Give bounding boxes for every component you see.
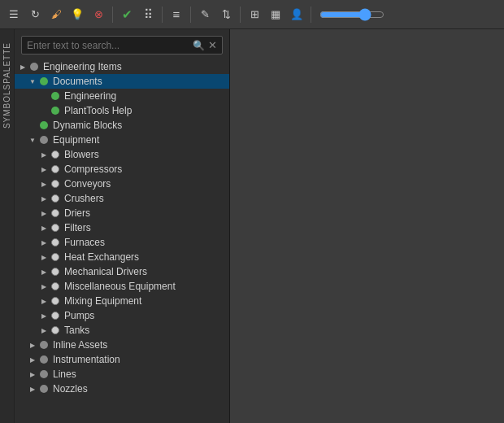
tree-toggle-equipment[interactable]: ▼ xyxy=(28,134,37,146)
toolbar-sep-4 xyxy=(240,7,241,23)
tree-item-conveyors[interactable]: ▶Conveyors xyxy=(15,177,229,191)
tree-toggle-nozzles[interactable]: ▶ xyxy=(28,383,37,395)
search-bar[interactable]: 🔍 ✕ xyxy=(21,36,223,55)
tree-dot-documents xyxy=(40,77,48,85)
tree-item-tanks[interactable]: ▶Tanks xyxy=(15,323,229,338)
brush-icon[interactable]: 🖌 xyxy=(47,6,65,24)
symbols-panel: 🔍 ✕ ▶Engineering Items▼Documents▶Enginee… xyxy=(15,29,230,423)
tree-dot-blowers xyxy=(51,150,59,159)
tree-dot-lines xyxy=(40,370,48,378)
tree-label-blowers: Blowers xyxy=(64,149,99,160)
side-tab-label[interactable]: SYMBOLSPALETTE xyxy=(2,37,11,133)
table-icon[interactable]: ▦ xyxy=(267,6,285,24)
check-icon[interactable]: ✔ xyxy=(118,6,136,24)
side-tab[interactable]: SYMBOLSPALETTE xyxy=(0,29,15,423)
tree-item-driers[interactable]: ▶Driers xyxy=(15,206,229,220)
content-area xyxy=(230,29,504,423)
tree-dot-filters xyxy=(51,224,59,232)
tree-toggle-driers[interactable]: ▶ xyxy=(39,207,49,219)
tree-label-engineering: Engineering xyxy=(64,90,116,102)
tree-toggle-blowers[interactable]: ▶ xyxy=(39,149,49,160)
tree-item-planttools-help[interactable]: ▶PlantTools Help xyxy=(15,103,229,118)
tree-label-instrumentation: Instrumentation xyxy=(53,354,120,365)
tree-dot-dynamic-blocks xyxy=(40,121,48,129)
tree-toggle-inline-assets[interactable]: ▶ xyxy=(28,339,37,351)
menu-icon[interactable]: ☰ xyxy=(5,6,23,24)
tree-item-engineering-items[interactable]: ▶Engineering Items xyxy=(15,59,229,74)
search-input[interactable] xyxy=(27,40,189,51)
tree-label-mixing-equipment: Mixing Equipment xyxy=(64,295,141,307)
tree-container[interactable]: ▶Engineering Items▼Documents▶Engineering… xyxy=(15,58,229,423)
tree-label-mechanical-drivers: Mechanical Drivers xyxy=(64,266,147,277)
target-icon[interactable]: ⊗ xyxy=(89,6,107,24)
toolbar-sep-1 xyxy=(112,7,113,23)
tree-toggle-crushers[interactable]: ▶ xyxy=(39,193,49,204)
tree-item-heat-exchangers[interactable]: ▶Heat Exchangers xyxy=(15,250,229,264)
refresh-icon[interactable]: ↻ xyxy=(26,6,44,24)
tree-item-instrumentation[interactable]: ▶Instrumentation xyxy=(15,352,229,367)
tree-toggle-mechanical-drivers[interactable]: ▶ xyxy=(39,266,49,277)
tree-item-equipment[interactable]: ▼Equipment xyxy=(15,133,229,147)
tree-label-crushers: Crushers xyxy=(64,193,104,204)
tree-label-conveyors: Conveyors xyxy=(64,178,111,190)
search-icon[interactable]: 🔍 xyxy=(193,40,205,51)
zoom-slider[interactable] xyxy=(319,8,385,21)
tree-label-pumps: Pumps xyxy=(64,310,94,321)
tree-item-mechanical-drivers[interactable]: ▶Mechanical Drivers xyxy=(15,264,229,279)
tree-label-inline-assets: Inline Assets xyxy=(53,339,107,351)
tree-item-documents[interactable]: ▼Documents xyxy=(15,74,229,89)
tree-item-mixing-equipment[interactable]: ▶Mixing Equipment xyxy=(15,294,229,308)
tree-item-furnaces[interactable]: ▶Furnaces xyxy=(15,235,229,250)
tree-toggle-instrumentation[interactable]: ▶ xyxy=(28,354,37,365)
tree-toggle-engineering-items[interactable]: ▶ xyxy=(18,61,28,72)
tree-dot-miscellaneous-equipment xyxy=(51,282,59,290)
layers-icon[interactable]: ⊞ xyxy=(245,6,263,24)
tree-toggle-tanks[interactable]: ▶ xyxy=(39,325,49,336)
tree-toggle-documents[interactable]: ▼ xyxy=(28,76,37,87)
tree-label-nozzles: Nozzles xyxy=(53,383,88,395)
main-area: SYMBOLSPALETTE 🔍 ✕ ▶Engineering Items▼Do… xyxy=(0,29,504,423)
sort-icon[interactable]: ⇅ xyxy=(217,6,235,24)
tree-toggle-mixing-equipment[interactable]: ▶ xyxy=(39,295,49,307)
tree-label-planttools-help: PlantTools Help xyxy=(64,105,132,116)
tree-item-miscellaneous-equipment[interactable]: ▶Miscellaneous Equipment xyxy=(15,279,229,294)
tree-dot-engineering xyxy=(51,92,59,100)
tree-toggle-lines[interactable]: ▶ xyxy=(28,368,37,380)
tree-label-furnaces: Furnaces xyxy=(64,237,105,248)
tree-item-filters[interactable]: ▶Filters xyxy=(15,220,229,235)
tree-item-inline-assets[interactable]: ▶Inline Assets xyxy=(15,338,229,352)
tree-dot-equipment xyxy=(40,136,48,144)
tree-label-dynamic-blocks: Dynamic Blocks xyxy=(53,120,122,131)
tree-label-compressors: Compressors xyxy=(64,164,122,175)
tree-item-pumps[interactable]: ▶Pumps xyxy=(15,308,229,323)
main-toolbar: ☰ ↻ 🖌 💡 ⊗ ✔ ⠿ ≡ ✎ ⇅ ⊞ ▦ 👤 xyxy=(0,0,504,29)
tree-toggle-pumps[interactable]: ▶ xyxy=(39,310,49,321)
tree-dot-inline-assets xyxy=(40,341,48,349)
tree-item-dynamic-blocks[interactable]: ▶Dynamic Blocks xyxy=(15,118,229,133)
edit-icon[interactable]: ✎ xyxy=(196,6,214,24)
lightbulb-icon[interactable]: 💡 xyxy=(68,6,86,24)
tree-item-nozzles[interactable]: ▶Nozzles xyxy=(15,382,229,396)
tree-toggle-miscellaneous-equipment[interactable]: ▶ xyxy=(39,281,49,292)
tree-label-documents: Documents xyxy=(53,76,102,87)
tree-dot-compressors xyxy=(51,165,59,173)
tree-toggle-compressors[interactable]: ▶ xyxy=(39,164,49,175)
tree-label-miscellaneous-equipment: Miscellaneous Equipment xyxy=(64,281,176,292)
tree-toggle-furnaces[interactable]: ▶ xyxy=(39,237,49,248)
tree-item-engineering[interactable]: ▶Engineering xyxy=(15,89,229,103)
grid-icon[interactable]: ⠿ xyxy=(139,6,157,24)
list-icon[interactable]: ≡ xyxy=(167,6,185,24)
toolbar-sep-5 xyxy=(311,7,311,23)
tree-dot-heat-exchangers xyxy=(51,253,59,261)
tree-item-blowers[interactable]: ▶Blowers xyxy=(15,147,229,162)
tree-item-compressors[interactable]: ▶Compressors xyxy=(15,162,229,177)
tree-label-lines: Lines xyxy=(53,368,76,380)
tree-toggle-filters[interactable]: ▶ xyxy=(39,222,49,233)
person-icon[interactable]: 👤 xyxy=(288,6,306,24)
tree-item-lines[interactable]: ▶Lines xyxy=(15,367,229,382)
tree-toggle-heat-exchangers[interactable]: ▶ xyxy=(39,251,49,263)
tree-toggle-conveyors[interactable]: ▶ xyxy=(39,178,49,190)
clear-search-icon[interactable]: ✕ xyxy=(208,39,217,51)
tree-dot-nozzles xyxy=(40,385,48,393)
tree-item-crushers[interactable]: ▶Crushers xyxy=(15,191,229,206)
